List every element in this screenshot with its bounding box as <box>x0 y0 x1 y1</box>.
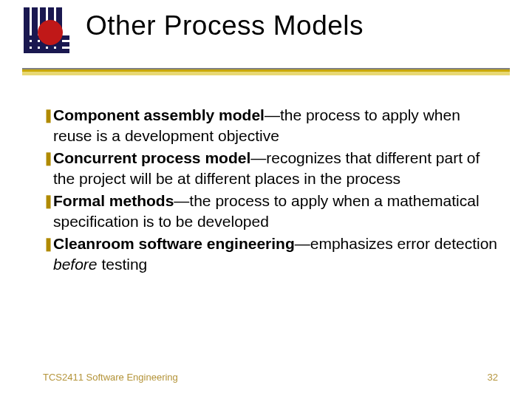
bullet-text: Concurrent process model—recognizes that… <box>53 148 498 189</box>
bullet-text: Formal methods—the process to apply when… <box>53 191 498 232</box>
svg-point-8 <box>38 20 63 45</box>
logo-icon <box>22 6 77 58</box>
bullet-item: ❚ Cleanroom software engineering—emphasi… <box>43 233 498 275</box>
svg-rect-7 <box>24 49 69 53</box>
bullet-item: ❚ Formal methods—the process to apply wh… <box>43 191 498 232</box>
bullet-bold: Concurrent process model <box>53 149 250 166</box>
bullet-tail: testing <box>98 256 148 273</box>
bullet-bold: Formal methods <box>53 192 174 209</box>
slide-header: Other Process Models <box>0 0 532 58</box>
footer-left: TCS2411 Software Engineering <box>43 372 178 383</box>
bullet-icon: ❚ <box>43 148 53 168</box>
slide-title: Other Process Models <box>86 6 364 41</box>
bullet-icon: ❚ <box>43 191 53 211</box>
bullet-item: ❚ Component assembly model—the process t… <box>43 105 498 146</box>
bullet-text: Component assembly model—the process to … <box>53 105 498 146</box>
bullet-text: Cleanroom software engineering—emphasize… <box>53 233 498 275</box>
svg-rect-10 <box>22 69 510 72</box>
bullet-item: ❚ Concurrent process model—recognizes th… <box>43 148 498 189</box>
slide-footer: TCS2411 Software Engineering 32 <box>43 372 498 383</box>
bullet-bold: Component assembly model <box>53 106 265 123</box>
bullet-italic: before <box>53 256 98 273</box>
bullet-icon: ❚ <box>43 105 53 126</box>
title-underline <box>22 62 510 83</box>
footer-right: 32 <box>488 372 498 383</box>
slide-body: ❚ Component assembly model—the process t… <box>0 83 532 275</box>
bullet-rest: —emphasizes error detection <box>295 235 497 252</box>
bullet-bold: Cleanroom software engineering <box>53 235 295 252</box>
bullet-icon: ❚ <box>43 233 53 254</box>
